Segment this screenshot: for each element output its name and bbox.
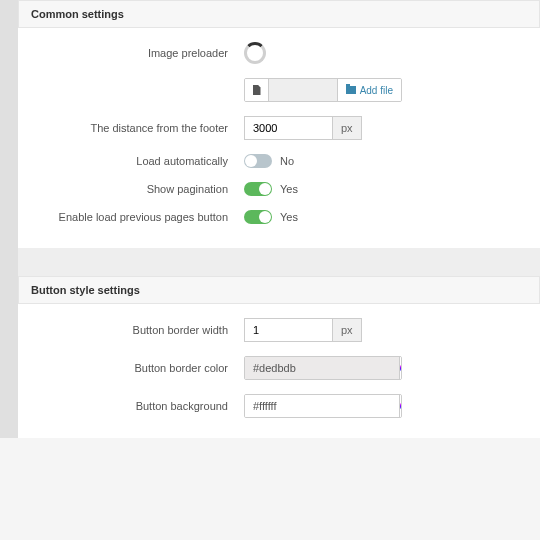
border-width-input[interactable] — [244, 318, 332, 342]
background-color-picker[interactable] — [399, 395, 402, 417]
section-body-common: Image preloader Add file — [18, 28, 540, 248]
distance-input-group: px — [244, 116, 362, 140]
file-name-field — [269, 79, 337, 101]
section-body-button-style: Button border width px Button border col… — [18, 304, 540, 438]
label-border-color: Button border color — [34, 362, 244, 374]
folder-icon — [346, 86, 356, 94]
toggle-load-auto-state: No — [280, 155, 294, 167]
label-image-preloader: Image preloader — [34, 47, 244, 59]
label-enable-prev: Enable load previous pages button — [34, 211, 244, 223]
distance-unit: px — [332, 116, 362, 140]
toggle-enable-prev-state: Yes — [280, 211, 298, 223]
label-background: Button background — [34, 400, 244, 412]
border-color-input[interactable] — [245, 357, 399, 379]
section-header-common: Common settings — [18, 0, 540, 28]
label-border-width: Button border width — [34, 324, 244, 336]
border-width-input-group: px — [244, 318, 362, 342]
file-input-group[interactable]: Add file — [244, 78, 402, 102]
section-header-button-style: Button style settings — [18, 276, 540, 304]
toggle-load-auto[interactable] — [244, 154, 272, 168]
color-wheel-icon — [400, 400, 402, 412]
background-color-input[interactable] — [245, 395, 399, 417]
add-file-label: Add file — [360, 85, 393, 96]
toggle-show-pagination-state: Yes — [280, 183, 298, 195]
distance-input[interactable] — [244, 116, 332, 140]
border-width-unit: px — [332, 318, 362, 342]
label-load-auto: Load automatically — [34, 155, 244, 167]
label-show-pagination: Show pagination — [34, 183, 244, 195]
toggle-enable-prev[interactable] — [244, 210, 272, 224]
color-wheel-icon — [400, 362, 402, 374]
border-color-picker[interactable] — [399, 357, 402, 379]
border-color-group — [244, 356, 402, 380]
add-file-button[interactable]: Add file — [337, 79, 401, 101]
document-icon — [245, 79, 269, 101]
background-color-group — [244, 394, 402, 418]
label-distance: The distance from the footer — [34, 122, 244, 134]
section-gap — [18, 248, 540, 276]
toggle-show-pagination[interactable] — [244, 182, 272, 196]
spinner-icon — [244, 42, 266, 64]
